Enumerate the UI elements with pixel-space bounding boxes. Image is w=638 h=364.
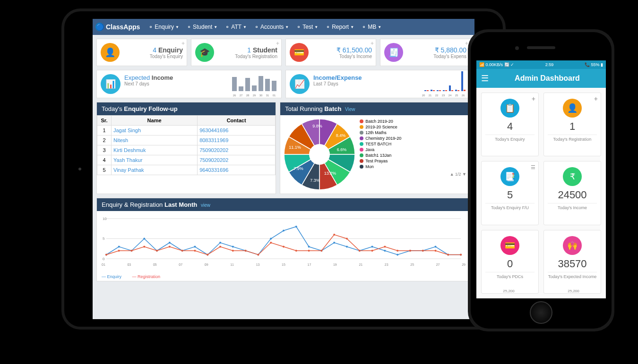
phone-device: 📶 0.00KB/s 🔄 ✓ 2:59 📞 55% ▮ ☰ Admin Dash… bbox=[468, 29, 614, 331]
svg-point-38 bbox=[143, 246, 145, 248]
plus-icon[interactable]: + bbox=[276, 40, 279, 47]
nav-mb[interactable]: ⚬ MB ▼ bbox=[358, 24, 385, 30]
svg-text:5: 5 bbox=[103, 237, 105, 241]
enquiry-contact-link[interactable]: 9640331696 bbox=[199, 167, 228, 173]
svg-point-16 bbox=[232, 246, 234, 248]
app-title: Admin Dashboard bbox=[493, 74, 601, 83]
batch-view-link[interactable]: View bbox=[345, 107, 355, 112]
tile-icon: ₹ bbox=[563, 167, 582, 186]
svg-point-27 bbox=[371, 246, 373, 248]
plus-icon[interactable]: + bbox=[181, 40, 185, 47]
enquiry-name-link[interactable]: Nitesh bbox=[113, 137, 128, 143]
table-row: 1Jagat Singh9630441696 bbox=[97, 126, 276, 135]
svg-point-55 bbox=[359, 250, 361, 252]
enquiry-contact-link[interactable]: 7509020202 bbox=[199, 147, 228, 153]
enquiry-name-link[interactable]: Yash Thakur bbox=[113, 157, 142, 163]
brand[interactable]: 🔵 ClassApps bbox=[95, 23, 140, 31]
nav-accounts[interactable]: ⚬ Accounts ▼ bbox=[250, 24, 293, 30]
ie-title: Income/Expense bbox=[313, 74, 362, 81]
plus-icon[interactable]: + bbox=[532, 95, 535, 102]
table-row: 5Vinay Pathak9640331696 bbox=[97, 165, 276, 175]
tile[interactable]: ₹24500Today's Income bbox=[543, 161, 601, 225]
svg-point-61 bbox=[435, 250, 437, 252]
last-month-header: Enquiry & Registration Last Month view bbox=[97, 198, 470, 211]
svg-point-52 bbox=[320, 250, 322, 252]
svg-point-11 bbox=[169, 242, 171, 244]
tile[interactable]: +👤1Today's Registration bbox=[543, 93, 601, 156]
svg-point-32 bbox=[435, 246, 437, 248]
last-month-view[interactable]: view bbox=[201, 203, 210, 208]
col-contact: Contact bbox=[198, 116, 276, 126]
enquiry-name-link[interactable]: Vinay Pathak bbox=[113, 167, 144, 173]
svg-point-44 bbox=[219, 246, 221, 248]
svg-point-42 bbox=[194, 250, 196, 252]
nav-test[interactable]: ⚬ Test ▼ bbox=[293, 24, 322, 30]
dashboard-content: +👤4 EnquiryToday's Enquiry+🎓1 StudentTod… bbox=[93, 35, 474, 285]
enquiry-name-link[interactable]: Jagat Singh bbox=[113, 127, 141, 133]
status-left: 📶 0.00KB/s 🔄 ✓ bbox=[479, 62, 514, 67]
col-name: Name bbox=[112, 116, 198, 126]
tablet-device: 🔵 ClassApps ⚬ Enquiry ▼⚬ Student ▼⚬ ATT … bbox=[61, 8, 506, 330]
tablet-camera bbox=[78, 168, 81, 170]
legend-item: TEST BATCH bbox=[360, 142, 466, 146]
stat-card[interactable]: +👤4 EnquiryToday's Enquiry bbox=[96, 39, 187, 66]
legend-item: 12th Maths bbox=[360, 130, 466, 135]
stat-card[interactable]: +💳₹ 61,500.00 Today's Income bbox=[285, 39, 376, 66]
legend-item: Mon bbox=[360, 164, 466, 169]
svg-point-35 bbox=[105, 254, 107, 256]
enquiry-contact-link[interactable]: 7509020202 bbox=[199, 157, 228, 163]
legend-item: 2019-20 Science bbox=[360, 125, 466, 129]
tile-value: 0 bbox=[485, 258, 535, 270]
stat-card[interactable]: +🎓1 StudentToday's Registration bbox=[191, 39, 282, 66]
nav-enquiry[interactable]: ⚬ Enquiry ▼ bbox=[145, 24, 183, 30]
nav-student[interactable]: ⚬ Student ▼ bbox=[183, 24, 221, 30]
status-right: 📞 55% ▮ bbox=[585, 62, 603, 67]
svg-point-19 bbox=[270, 238, 272, 240]
stat-icon: 👤 bbox=[101, 43, 120, 62]
svg-point-60 bbox=[422, 250, 424, 252]
tablet-bezel: 🔵 ClassApps ⚬ Enquiry ▼⚬ Student ▼⚬ ATT … bbox=[64, 11, 503, 327]
phone-home-button[interactable] bbox=[530, 301, 552, 324]
col-sr: Sr. bbox=[97, 116, 112, 126]
tile[interactable]: 💳0Today's PDCs bbox=[481, 230, 539, 294]
svg-point-15 bbox=[219, 242, 221, 244]
svg-text:0: 0 bbox=[103, 257, 105, 261]
enquiry-name-link[interactable]: Kirti Deshmuk bbox=[113, 147, 146, 153]
svg-point-28 bbox=[384, 250, 386, 252]
legend-pager[interactable]: ▲ 1/2 ▼ bbox=[360, 172, 466, 177]
tile-icon: 💳 bbox=[500, 236, 519, 255]
stat-card[interactable]: +🧾₹ 5,880.00 Today's Expens bbox=[380, 39, 471, 66]
nav-att[interactable]: ⚬ ATT ▼ bbox=[221, 24, 250, 30]
svg-point-48 bbox=[270, 242, 272, 244]
stat-icon: 🎓 bbox=[195, 43, 214, 62]
svg-point-13 bbox=[194, 246, 196, 248]
tile[interactable]: ☰📑5Today's Enquiry F/U bbox=[481, 161, 539, 225]
tile-label: Today's Enquiry bbox=[485, 137, 535, 142]
navbar: 🔵 ClassApps ⚬ Enquiry ▼⚬ Student ▼⚬ ATT … bbox=[93, 19, 474, 35]
ie-labels: 20212223242526 bbox=[421, 94, 466, 97]
table-row: 3Kirti Deshmuk7509020202 bbox=[97, 145, 276, 155]
tile[interactable]: +📋4Today's Enquiry bbox=[481, 93, 539, 156]
svg-point-59 bbox=[409, 250, 411, 252]
menu-icon[interactable]: ☰ bbox=[481, 73, 489, 84]
line-chart: 0510 010305070911131517192123252729 bbox=[97, 211, 470, 272]
phone-bottom: 25,200 25,200 bbox=[476, 289, 606, 298]
tile[interactable]: 🙌38570Today's Expected Income bbox=[543, 230, 601, 294]
nav-report[interactable]: ⚬ Report ▼ bbox=[322, 24, 358, 30]
pie-chart: 9.8% 8.4% 6.6% 13.2% 7.3% 7.9% 11.1% bbox=[284, 119, 355, 190]
enquiry-contact-link[interactable]: 8083311969 bbox=[199, 137, 228, 143]
enquiry-contact-link[interactable]: 9630441696 bbox=[199, 127, 228, 133]
tile-icon: 🙌 bbox=[563, 236, 582, 255]
svg-point-46 bbox=[245, 250, 247, 252]
tile-value: 24500 bbox=[548, 189, 597, 201]
pie-legend: Batch 2019-202019-20 Science12th MathsCh… bbox=[355, 119, 466, 190]
svg-text:10: 10 bbox=[103, 217, 107, 221]
plus-icon[interactable]: + bbox=[594, 95, 598, 102]
svg-point-29 bbox=[397, 254, 398, 256]
tile-value: 5 bbox=[485, 189, 535, 201]
list-icon[interactable]: ☰ bbox=[531, 164, 535, 170]
app-header: ☰ Admin Dashboard bbox=[476, 69, 606, 88]
svg-point-51 bbox=[308, 250, 310, 252]
bar-chart-icon: 📊 bbox=[101, 74, 121, 94]
plus-icon[interactable]: + bbox=[371, 40, 374, 47]
